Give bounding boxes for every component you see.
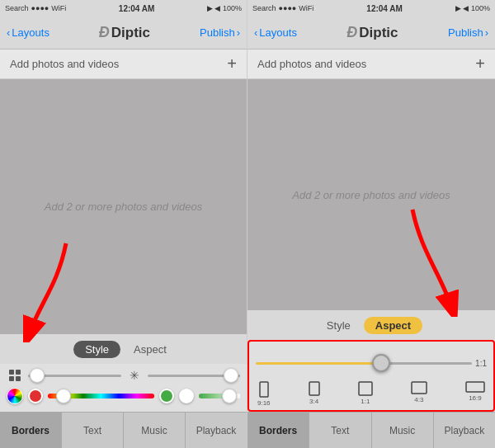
back-label-right: Layouts xyxy=(259,26,297,39)
aspect-tab-right[interactable]: Aspect xyxy=(364,317,422,334)
svg-rect-7 xyxy=(309,382,319,395)
svg-rect-10 xyxy=(466,382,484,392)
bottom-area-left: Style Aspect ✳ xyxy=(0,334,247,448)
nav-bar-right: ‹ Layouts Ð Diptic Publish › xyxy=(248,17,495,50)
playback-label-left: Playback xyxy=(196,425,237,436)
brightness-thumb[interactable] xyxy=(30,368,45,383)
back-button-left[interactable]: ‹ Layouts xyxy=(7,26,50,39)
contrast-slider[interactable] xyxy=(148,375,241,377)
style-tab-right[interactable]: Style xyxy=(320,317,357,334)
svg-rect-8 xyxy=(359,382,372,395)
ratio-16-9[interactable]: 16:9 xyxy=(465,381,485,407)
status-left-r: Search ●●●● WiFi xyxy=(252,4,314,12)
aspect-thumb[interactable] xyxy=(372,354,390,372)
status-time: 12:04 AM xyxy=(119,4,155,13)
svg-rect-4 xyxy=(16,376,21,381)
green-dot xyxy=(159,389,174,403)
red-arrow-left xyxy=(16,235,82,342)
status-right-r: ▶ ◀ 100% xyxy=(455,4,490,12)
square-icon xyxy=(358,381,373,396)
ratio-9-16[interactable]: 9:16 xyxy=(257,381,271,407)
brightness-slider[interactable] xyxy=(28,375,121,377)
ratio-right-label: 1:1 xyxy=(475,359,487,368)
style-tab-left[interactable]: Style xyxy=(73,341,120,358)
svg-rect-1 xyxy=(9,370,14,375)
grid-icon xyxy=(7,367,23,384)
color-wheel-icon[interactable] xyxy=(7,388,23,404)
canvas-placeholder-right: Add 2 or more photos and videos xyxy=(292,189,450,201)
canvas-right: Add 2 or more photos and videos xyxy=(248,79,495,310)
ratio-4-3[interactable]: 4:3 xyxy=(411,381,427,407)
tab-borders-left[interactable]: Borders xyxy=(0,413,62,448)
tab-text-right[interactable]: Text xyxy=(309,413,371,448)
landscape-wide-icon xyxy=(465,381,485,393)
bottom-tabs-left: Borders Text Music Playback xyxy=(0,412,247,448)
app-title-left: Ð Diptic xyxy=(99,24,150,41)
ratio-3-4-label: 3:4 xyxy=(309,398,318,405)
status-time-r: 12:04 AM xyxy=(366,4,403,13)
nav-bar-left: ‹ Layouts Ð Diptic Publish › xyxy=(0,17,247,50)
portrait-tall-icon xyxy=(259,381,269,398)
battery-icons-r: ▶ ◀ 100% xyxy=(455,4,490,12)
carrier-text-r: Search xyxy=(252,4,276,12)
controls-row-left: ✳ xyxy=(0,364,247,412)
bottom-area-right: Style Aspect 1:1 xyxy=(248,310,495,448)
tab-music-right[interactable]: Music xyxy=(372,413,434,448)
svg-rect-9 xyxy=(412,382,427,394)
tab-borders-right[interactable]: Borders xyxy=(248,413,309,448)
add-photos-text-right: Add photos and videos xyxy=(257,58,366,70)
aspect-labels: 9:16 3:4 1:1 xyxy=(256,381,487,407)
contrast-thumb[interactable] xyxy=(224,368,238,383)
status-bar-right: Search ●●●● WiFi 12:04 AM ▶ ◀ 100% xyxy=(248,0,495,17)
hue-slider[interactable] xyxy=(48,394,154,398)
ratio-1-1[interactable]: 1:1 xyxy=(358,381,373,407)
tab-text-left[interactable]: Text xyxy=(62,413,124,448)
add-photos-text-left: Add photos and videos xyxy=(10,58,119,70)
bottom-tabs-right: Borders Text Music Playback xyxy=(248,412,495,448)
publish-label-left: Publish xyxy=(200,26,235,39)
back-chevron-icon-r: ‹ xyxy=(254,26,257,39)
add-photos-bar-right: Add photos and videos + xyxy=(248,50,495,79)
diptic-icon-r: Ð xyxy=(346,24,357,41)
aspect-slider-container: 1:1 9:16 3:4 xyxy=(248,340,495,412)
status-left: Search ●●●● WiFi xyxy=(5,4,66,12)
back-button-right[interactable]: ‹ Layouts xyxy=(254,26,297,39)
screen-right: Search ●●●● WiFi 12:04 AM ▶ ◀ 100% ‹ Lay… xyxy=(248,0,495,448)
white-dot xyxy=(179,389,194,403)
music-label-right: Music xyxy=(389,425,415,436)
saturation-thumb[interactable] xyxy=(222,389,237,403)
back-chevron-icon: ‹ xyxy=(7,26,10,39)
publish-chevron-icon: › xyxy=(237,26,240,39)
red-arrow-right xyxy=(396,201,470,317)
add-plus-icon-right[interactable]: + xyxy=(475,54,485,73)
add-plus-icon-left[interactable]: + xyxy=(227,54,237,73)
svg-rect-2 xyxy=(16,370,21,375)
borders-label-left: Borders xyxy=(12,425,50,436)
ratio-3-4[interactable]: 3:4 xyxy=(309,381,320,407)
music-label-left: Music xyxy=(141,425,167,436)
ratio-16-9-label: 16:9 xyxy=(469,394,482,402)
tab-playback-right[interactable]: Playback xyxy=(434,413,495,448)
status-bar-left: Search ●●●● WiFi 12:04 AM ▶ ◀ 100% xyxy=(0,0,247,17)
red-dot xyxy=(28,389,43,403)
publish-button-left[interactable]: Publish › xyxy=(200,26,240,39)
aspect-track[interactable] xyxy=(256,362,472,365)
diptic-icon: Ð xyxy=(99,24,110,41)
tab-playback-left[interactable]: Playback xyxy=(186,413,247,448)
grid-svg-icon xyxy=(8,369,21,382)
aspect-tab-left[interactable]: Aspect xyxy=(127,341,173,358)
publish-label-right: Publish xyxy=(448,26,483,39)
svg-rect-3 xyxy=(9,376,14,381)
saturation-slider[interactable] xyxy=(199,394,240,398)
signal-dots-r: ●●●● xyxy=(279,4,297,12)
portrait-icon xyxy=(309,381,320,396)
app-name-right: Diptic xyxy=(359,25,398,41)
tab-music-left[interactable]: Music xyxy=(124,413,186,448)
ratio-4-3-label: 4:3 xyxy=(414,396,423,403)
aspect-slider-wrapper: 1:1 9:16 3:4 xyxy=(248,340,495,412)
publish-button-right[interactable]: Publish › xyxy=(448,26,488,39)
add-photos-bar-left: Add photos and videos + xyxy=(0,50,247,79)
hue-thumb[interactable] xyxy=(56,389,71,403)
canvas-left: Add 2 or more photos and videos xyxy=(0,79,247,334)
ratio-1-1-label: 1:1 xyxy=(361,398,370,405)
